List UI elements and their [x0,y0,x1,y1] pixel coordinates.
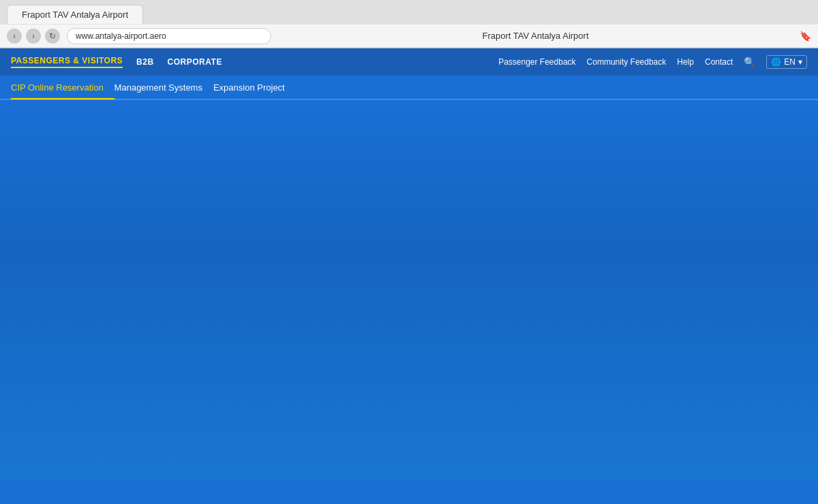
site-nav-sub: CIP Online Reservation Management System… [0,76,818,100]
search-icon[interactable]: 🔍 [744,57,755,67]
globe-icon: 🌐 [771,57,781,67]
nav-item-b2b[interactable]: B2B [136,57,154,67]
site-nav-top: PASSENGERS & VISITORS B2B CORPORATE Pass… [0,48,818,76]
browser-tab[interactable]: Fraport TAV Antalya Airport [7,5,143,24]
browser-address-bar: ‹ › ↻ Fraport TAV Antalya Airport 🔖 [0,25,818,48]
bookmark-icon[interactable]: 🔖 [800,31,811,42]
browser-tab-bar: Fraport TAV Antalya Airport [0,0,818,25]
nav-item-corporate[interactable]: CORPORATE [168,57,222,67]
nav-left: PASSENGERS & VISITORS B2B CORPORATE [11,56,222,68]
help-link[interactable]: Help [677,57,694,67]
lang-label: EN [784,57,796,67]
nav-item-passengers[interactable]: PASSENGERS & VISITORS [11,56,123,68]
passenger-feedback-link[interactable]: Passenger Feedback [498,57,575,67]
tab-title: Fraport TAV Antalya Airport [22,10,128,20]
browser-actions: 🔖 [800,31,811,42]
language-selector[interactable]: 🌐 EN ▾ [766,55,807,69]
chevron-down-icon: ▾ [798,57,802,67]
browser-chrome: Fraport TAV Antalya Airport ‹ › ↻ Frapor… [0,0,818,48]
subnav-management[interactable]: Management Systems [115,76,213,99]
page-title-center: Fraport TAV Antalya Airport [278,31,793,41]
forward-button[interactable]: › [26,29,41,44]
back-button[interactable]: ‹ [7,29,22,44]
contact-link[interactable]: Contact [705,57,733,67]
address-bar-input[interactable] [67,28,271,44]
browser-nav-buttons: ‹ › ↻ [7,29,60,44]
refresh-button[interactable]: ↻ [45,29,60,44]
community-feedback-link[interactable]: Community Feedback [587,57,667,67]
nav-right: Passenger Feedback Community Feedback He… [498,55,807,69]
subnav-cip[interactable]: CIP Online Reservation [11,76,115,99]
main-content-area [0,100,818,480]
subnav-expansion[interactable]: Expansion Project [213,76,296,99]
